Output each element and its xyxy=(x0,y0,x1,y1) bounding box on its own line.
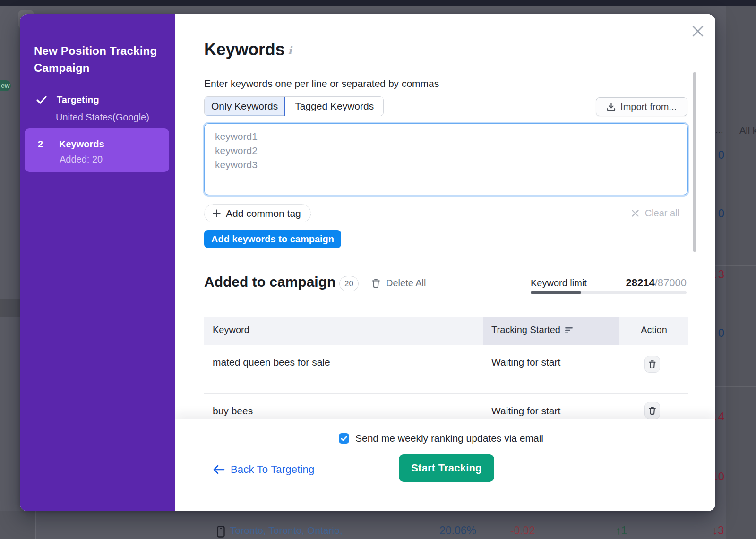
back-arrow-icon xyxy=(213,465,225,474)
background-row-divider xyxy=(713,447,756,447)
sidebar-step-keywords-summary: Added: 20 xyxy=(60,154,103,165)
keywords-instruction: Enter keywords one per line or separated… xyxy=(204,78,439,89)
sort-descending-icon xyxy=(565,327,574,334)
wizard-sidebar: New Position Tracking Campaign Targeting… xyxy=(20,14,175,511)
tracking-status-cell: Waiting for start xyxy=(491,405,560,417)
keyword-limit-used: 28214 xyxy=(626,277,655,289)
background-row-divider xyxy=(713,386,756,387)
clear-all-button[interactable]: Clear all xyxy=(631,204,679,222)
dialog-footer: Send me weekly ranking updates via email… xyxy=(175,419,715,511)
email-updates-checkbox[interactable] xyxy=(339,433,349,444)
import-from-label: Import from... xyxy=(620,102,677,112)
column-header-action: Action xyxy=(629,325,679,335)
add-common-tag-label: Add common tag xyxy=(226,208,301,219)
background-cell-value: 0 xyxy=(718,326,724,340)
add-keywords-to-campaign-button[interactable]: Add keywords to campaign xyxy=(204,230,341,248)
background-row-divider xyxy=(713,205,756,205)
import-download-icon xyxy=(607,103,616,111)
top-navbar xyxy=(0,0,756,6)
modal-scrollbar-thumb[interactable] xyxy=(693,72,696,252)
background-row-divider xyxy=(51,519,756,519)
keywords-input[interactable] xyxy=(204,123,688,195)
close-button[interactable] xyxy=(690,24,705,39)
background-row-highlight xyxy=(0,299,20,317)
keywords-mode-tabs: Only Keywords Tagged Keywords xyxy=(204,96,384,116)
email-updates-label: Send me weekly ranking updates via email xyxy=(355,433,543,444)
delete-all-label: Delete All xyxy=(386,278,426,289)
sidebar-step-keywords-label: Keywords xyxy=(59,139,104,150)
tracking-status-cell: Waiting for start xyxy=(491,357,560,368)
delete-keyword-button[interactable] xyxy=(644,356,660,373)
sidebar-step-keywords[interactable]: 2 Keywords Added: 20 xyxy=(25,128,169,172)
keywords-step-panel: Keywords i Enter keywords one per line o… xyxy=(175,14,715,511)
column-header-keyword[interactable]: Keyword xyxy=(213,325,249,335)
trash-icon xyxy=(371,278,380,288)
new-position-tracking-campaign-dialog: New Position Tracking Campaign Targeting… xyxy=(20,14,715,511)
info-icon[interactable]: i xyxy=(288,44,292,57)
step-number: 2 xyxy=(38,139,43,150)
start-tracking-button[interactable]: Start Tracking xyxy=(399,454,494,482)
sidebar-step-targeting-summary: United States(Google) xyxy=(56,112,149,123)
background-down-value: ↓3 xyxy=(713,524,724,537)
screen: ew ... All k 0 0 ↓3 0 ↓4 ↓10 Toronto, To… xyxy=(0,0,756,539)
keyword-limit-progress-fill xyxy=(531,291,581,294)
background-table-row: Toronto, Toronto, Ontario, 20.06% -0.02 … xyxy=(0,524,756,539)
background-change-value: -0.02 xyxy=(510,524,535,537)
clear-all-label: Clear all xyxy=(645,208,679,219)
back-to-targeting-label: Back To Targeting xyxy=(231,463,314,476)
trash-icon xyxy=(648,406,656,415)
tab-only-keywords[interactable]: Only Keywords xyxy=(205,97,285,116)
keyword-limit-total: /87000 xyxy=(655,277,687,289)
email-updates-row: Send me weekly ranking updates via email xyxy=(175,433,711,444)
column-header-tracking-started[interactable]: Tracking Started xyxy=(491,325,574,335)
close-icon xyxy=(690,24,705,39)
background-row-divider xyxy=(713,265,756,266)
sidebar-step-targeting[interactable]: Targeting xyxy=(57,94,99,105)
wizard-title: New Position Tracking Campaign xyxy=(34,43,171,77)
tab-tagged-keywords[interactable]: Tagged Keywords xyxy=(285,97,383,116)
plus-icon xyxy=(213,209,221,217)
keyword-cell: mated queen bees for sale xyxy=(213,357,330,368)
mobile-device-icon xyxy=(217,526,225,538)
step-done-check-icon xyxy=(36,95,47,105)
background-column-header: ... xyxy=(715,125,723,136)
trash-icon xyxy=(648,360,656,369)
background-cell-value: 0 xyxy=(718,207,724,220)
keyword-row: mated queen bees for sale Waiting for st… xyxy=(204,345,688,394)
background-column-header-all-keywords: All k xyxy=(739,125,756,136)
keyword-cell: buy bees xyxy=(213,405,253,417)
keyword-limit-progressbar xyxy=(531,291,687,294)
background-row-divider xyxy=(713,145,756,145)
page-title: Keywords xyxy=(204,40,284,60)
keywords-table-header: Keyword Tracking Started Action xyxy=(204,317,688,345)
added-to-campaign-title: Added to campaign xyxy=(204,274,335,290)
tracking-started-label: Tracking Started xyxy=(491,325,560,335)
background-location-link: Toronto, Toronto, Ontario, xyxy=(230,525,343,536)
back-to-targeting-link[interactable]: Back To Targeting xyxy=(213,463,314,476)
added-count-badge: 20 xyxy=(339,276,359,291)
add-common-tag-button[interactable]: Add common tag xyxy=(204,204,311,222)
background-visibility-value: 20.06% xyxy=(439,524,476,537)
background-up-value: ↑1 xyxy=(616,524,627,537)
background-table-column xyxy=(726,6,756,539)
import-from-button[interactable]: Import from... xyxy=(596,97,687,116)
delete-keyword-button[interactable] xyxy=(644,402,660,419)
checkbox-check-icon xyxy=(341,436,347,441)
clear-x-icon xyxy=(631,209,639,217)
delete-all-button[interactable]: Delete All xyxy=(371,278,426,289)
keyword-limit-label: Keyword limit xyxy=(531,278,587,289)
background-cell-value: 0 xyxy=(718,148,724,162)
new-badge: ew xyxy=(0,80,11,91)
keyword-limit-value: 28214/87000 xyxy=(626,277,687,289)
